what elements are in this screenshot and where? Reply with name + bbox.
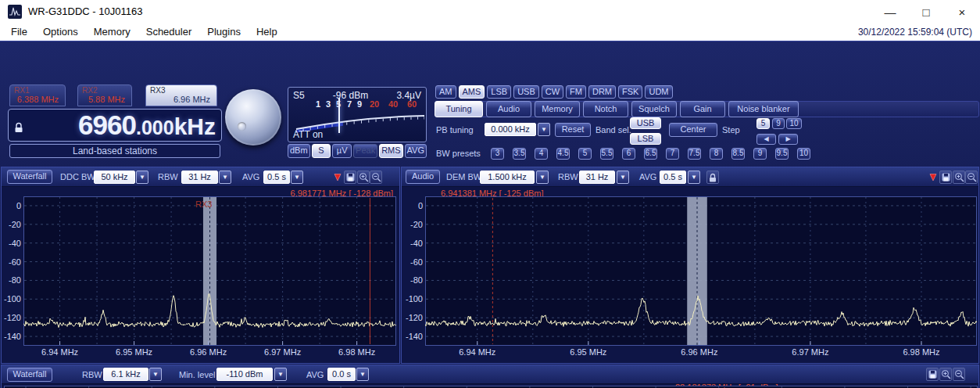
tab-tuning[interactable]: Tuning — [435, 101, 483, 117]
band-lsb-button[interactable]: LSB — [630, 133, 661, 145]
y-axis-label: -100 — [403, 294, 423, 304]
audio-plot[interactable] — [425, 196, 977, 346]
channel-avg-dropdown[interactable]: ▼ — [688, 171, 700, 184]
maximize-button[interactable]: □ — [908, 0, 944, 23]
zoom-out-icon[interactable] — [953, 368, 965, 381]
mode-button-usb[interactable]: USB — [513, 85, 539, 99]
ddc-rbw-dropdown[interactable]: ▼ — [219, 171, 231, 184]
zoom-in-icon[interactable] — [357, 171, 370, 184]
rx-tab-rx2[interactable]: RX25.88 MHz — [77, 84, 132, 106]
wide-avg-dropdown[interactable]: ▼ — [356, 368, 369, 381]
mode-button-drm[interactable]: DRM — [588, 85, 616, 99]
meter-dbm-button[interactable]: dBm — [288, 144, 310, 158]
bw-preset-4[interactable]: 4 — [535, 148, 548, 160]
step-down-button[interactable]: ◀ — [756, 134, 776, 145]
audio-button[interactable]: Audio — [406, 170, 440, 184]
pb-tuning-dropdown[interactable]: ▼ — [538, 123, 550, 136]
rx-tab-rx1[interactable]: RX16.388 MHz — [9, 84, 66, 106]
bw-preset-4-5[interactable]: 4.5 — [556, 148, 570, 160]
step-button-5[interactable]: 5 — [756, 118, 770, 129]
pb-tuning-input[interactable]: 0.000 kHz — [485, 123, 536, 136]
bw-preset-6[interactable]: 6 — [622, 148, 635, 160]
dem-bw-dropdown[interactable]: ▼ — [536, 171, 549, 184]
rx-tab-rx3[interactable]: RX36.96 MHz — [145, 84, 217, 106]
min-level-dropdown[interactable]: ▼ — [274, 368, 287, 381]
meter-avg-button[interactable]: AVG — [405, 144, 427, 158]
ddc-bw-value[interactable]: 50 kHz — [94, 171, 135, 184]
meter-s-button[interactable]: S — [312, 144, 331, 158]
bw-preset-5-5[interactable]: 5.5 — [600, 148, 613, 160]
ddc-rbw-value[interactable]: 31 Hz — [181, 171, 218, 184]
ddc-plot[interactable] — [23, 196, 396, 346]
waterfall-toggle-button[interactable]: Waterfall — [7, 170, 52, 184]
save-icon[interactable] — [939, 171, 952, 184]
wide-rbw-value[interactable]: 6.1 kHz — [103, 368, 148, 381]
zoom-in-icon[interactable] — [953, 171, 965, 184]
tab-notch[interactable]: Notch — [583, 101, 628, 117]
step-button-10[interactable]: 10 — [786, 118, 802, 129]
tab-gain[interactable]: Gain — [680, 101, 725, 117]
ddc-avg-dropdown[interactable]: ▼ — [291, 171, 303, 184]
channel-rbw-value[interactable]: 31 Hz — [579, 171, 615, 184]
tab-squelch[interactable]: Squelch — [631, 101, 677, 117]
step-button-9[interactable]: 9 — [772, 118, 785, 129]
tab-audio[interactable]: Audio — [486, 101, 531, 117]
mode-button-fsk[interactable]: FSK — [618, 85, 642, 99]
y-axis-label: -120 — [2, 313, 21, 322]
tab-memory[interactable]: Memory — [535, 101, 580, 117]
bw-preset-3[interactable]: 3 — [491, 148, 504, 160]
bw-preset-9[interactable]: 9 — [753, 148, 767, 160]
wide-rbw-dropdown[interactable]: ▼ — [149, 368, 162, 381]
smeter-scale-label: 9 — [357, 99, 362, 109]
menu-item-help[interactable]: Help — [249, 23, 285, 41]
wide-avg-value[interactable]: 0.0 s — [327, 368, 356, 381]
zoom-out-icon[interactable] — [965, 171, 978, 184]
mode-button-ams[interactable]: AMS — [459, 85, 485, 99]
waterfall-toggle-button[interactable]: Waterfall — [7, 368, 52, 382]
channel-avg-value[interactable]: 0.5 s — [660, 171, 686, 184]
meter-peak-button[interactable]: Peak — [353, 144, 377, 158]
mode-button-am[interactable]: AM — [435, 85, 456, 99]
mode-button-lsb[interactable]: LSB — [487, 85, 511, 99]
step-up-button[interactable]: ▶ — [778, 134, 798, 145]
meter--v-button[interactable]: µV — [332, 144, 352, 158]
close-button[interactable]: × — [944, 0, 980, 23]
save-icon[interactable] — [344, 171, 356, 184]
menu-item-file[interactable]: File — [3, 23, 35, 41]
bw-preset-5[interactable]: 5 — [578, 148, 592, 160]
mode-button-udm[interactable]: UDM — [645, 85, 672, 99]
menu-item-scheduler[interactable]: Scheduler — [138, 23, 200, 41]
bw-preset-9-5[interactable]: 9.5 — [775, 148, 789, 160]
bw-preset-8-5[interactable]: 8.5 — [731, 148, 745, 160]
save-icon[interactable] — [926, 368, 939, 381]
zoom-in-icon[interactable] — [939, 368, 952, 381]
mode-button-cw[interactable]: CW — [542, 85, 563, 99]
menu-item-options[interactable]: Options — [35, 23, 86, 41]
bw-preset-7-5[interactable]: 7.5 — [688, 148, 701, 160]
channel-rbw-dropdown[interactable]: ▼ — [617, 171, 629, 184]
frequency-display[interactable]: 6960.000kHz — [8, 109, 222, 142]
ddc-bw-dropdown[interactable]: ▼ — [136, 171, 148, 184]
menu-item-memory[interactable]: Memory — [86, 23, 138, 41]
minimize-button[interactable]: — — [872, 0, 908, 23]
min-level-value[interactable]: -110 dBm — [216, 368, 273, 381]
bw-preset-10[interactable]: 10 — [797, 148, 810, 160]
lock-toggle-icon[interactable] — [706, 171, 719, 184]
center-button[interactable]: Center — [669, 123, 717, 137]
menu-item-plugins[interactable]: Plugins — [199, 23, 249, 41]
bw-preset-6-5[interactable]: 6.5 — [644, 148, 657, 160]
dem-bw-value[interactable]: 1.500 kHz — [480, 171, 535, 184]
bw-preset-7[interactable]: 7 — [666, 148, 679, 160]
marker-icon[interactable] — [927, 171, 939, 184]
bw-preset-3-5[interactable]: 3.5 — [513, 148, 526, 160]
meter-rms-button[interactable]: RMS — [379, 144, 402, 158]
marker-icon[interactable] — [331, 171, 344, 184]
ddc-avg-value[interactable]: 0.5 s — [263, 171, 290, 184]
band-usb-button[interactable]: USB — [630, 117, 661, 129]
tuning-knob[interactable] — [225, 89, 281, 146]
reset-button[interactable]: Reset — [555, 123, 591, 137]
zoom-out-icon[interactable] — [370, 171, 382, 184]
tab-noise-blanker[interactable]: Noise blanker — [728, 101, 799, 117]
bw-preset-8[interactable]: 8 — [710, 148, 723, 160]
mode-button-fm[interactable]: FM — [566, 85, 586, 99]
